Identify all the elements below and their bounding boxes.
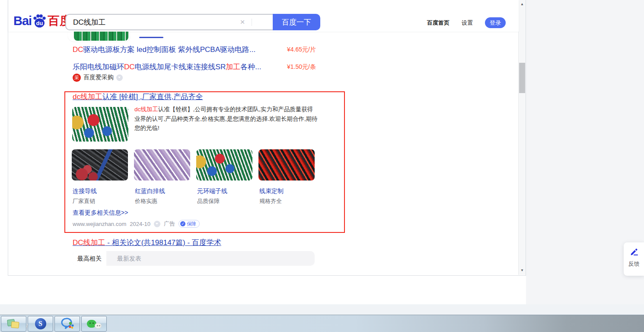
window-scrollbar[interactable]: ▲ ▼ (518, 0, 526, 275)
ad-main-thumbnail[interactable] (72, 107, 128, 142)
chevron-down-icon[interactable] (116, 74, 123, 81)
login-button[interactable]: 登录 (485, 17, 506, 28)
search-divider (252, 19, 252, 26)
feedback-label: 反馈 (624, 260, 644, 268)
taskbar-app-wechat[interactable] (81, 316, 107, 332)
scroll-down-icon[interactable]: ▼ (519, 267, 526, 274)
result-title-1[interactable]: DC驱动电源板方案 led控制面板 紫外线PCBA驱动电路... (73, 45, 255, 55)
baidu-paw-icon: du (32, 13, 47, 29)
chevron-down-icon[interactable] (154, 221, 160, 227)
product-thumbnail-1[interactable] (72, 149, 128, 181)
partial-link-underline (139, 37, 163, 38)
search-button[interactable]: 百度一下 (273, 14, 320, 30)
result-price-1: ¥4.65元/片 (287, 46, 316, 54)
header-nav: 百度首页 设置 登录 (427, 17, 506, 28)
browser-window: DC驱动电源板方案 led控制面板 紫外线PCBA驱动电路... ¥4.65元/… (8, 0, 526, 276)
ad-title[interactable]: dc线加工认准 [铨棋] ,厂家直供,产品齐全 (73, 92, 203, 102)
taskbar-app-sogou-browser[interactable]: S (28, 316, 53, 332)
tab-latest[interactable]: 最新发表 (114, 251, 144, 266)
pencil-icon (629, 247, 639, 257)
ad-date: 2024-10 (130, 221, 150, 227)
taskbar: S S ? ▼ ▲ (0, 315, 644, 332)
product-name-2[interactable]: 红蓝白排线 (135, 187, 165, 195)
feedback-button[interactable]: 反馈 (624, 242, 644, 276)
product-thumbnail-2[interactable] (134, 149, 190, 181)
partial-pcb-image[interactable] (74, 31, 128, 41)
more-info-link[interactable]: 查看更多相关信息>> (73, 209, 128, 217)
product-tag-2: 价格实惠 (135, 197, 157, 205)
ad-label: 广告 (164, 220, 175, 228)
chat-tool-icon (60, 317, 75, 330)
check-icon: ✓ (180, 221, 185, 226)
search-input[interactable] (73, 16, 237, 29)
ad-source-row: www.wejianzhan.com 2024-10 广告 ✓ 保障 (73, 219, 200, 228)
product-thumbnail-3[interactable] (196, 149, 252, 181)
product-tag-4: 规格齐全 (259, 197, 282, 205)
desktop-assistant-icon-front (11, 321, 19, 329)
ad-source-url: www.wejianzhan.com (73, 221, 126, 227)
sogou-browser-icon: S (35, 318, 46, 329)
scholar-tabbar: 最高相关 最新发表 (73, 251, 315, 266)
aicaigou-icon: 采 (73, 74, 81, 82)
nav-baidu-home[interactable]: 百度首页 (427, 19, 450, 27)
scrollbar-thumb[interactable] (519, 63, 525, 93)
product-tag-1: 厂家直销 (73, 197, 95, 205)
desktop: DC驱动电源板方案 led控制面板 紫外线PCBA驱动电路... ¥4.65元/… (0, 0, 644, 332)
guarantee-label: 保障 (187, 221, 196, 227)
taskbar-app-chat-tool[interactable] (54, 316, 80, 332)
logo-text-bai: Bai (13, 14, 32, 28)
scroll-up-icon[interactable]: ▲ (519, 1, 526, 8)
ad-description: dc线加工认准【铨棋】,公司拥有专业的技术团队,实力和产品质量获得业界的认可,产… (134, 105, 319, 133)
nav-settings[interactable]: 设置 (462, 19, 473, 27)
guarantee-badge[interactable]: ✓ 保障 (179, 220, 200, 228)
product-name-1[interactable]: 连接导线 (73, 187, 97, 195)
baidu-logo[interactable]: Bai du 百度 (13, 12, 72, 29)
taskbar-app-desktop-assistant[interactable] (1, 316, 26, 332)
product-thumbnail-4[interactable] (258, 149, 315, 181)
product-name-4[interactable]: 线束定制 (259, 187, 284, 195)
clear-search-icon[interactable]: × (238, 18, 247, 26)
svg-text:du: du (36, 20, 43, 26)
scholar-result-title[interactable]: DC线加工 - 相关论文(共198147篇) - 百度学术 (73, 238, 221, 248)
result-price-2: ¥1.50元/条 (287, 63, 316, 71)
desktop-band (0, 304, 644, 315)
search-header: Bai du 百度 × 百度一下 百度首页 设置 (8, 0, 519, 32)
supplier-label: 百度爱采购 (83, 74, 114, 81)
result-title-2[interactable]: 乐阳电线加磁环DC电源线加尾卡线束连接线SR加工各种... (73, 62, 261, 72)
product-name-3[interactable]: 元环端子线 (197, 187, 227, 195)
product-tag-3: 品质保障 (197, 197, 220, 205)
tab-most-relevant[interactable]: 最高相关 (73, 251, 106, 266)
search-box: × (65, 14, 273, 30)
supplier-row: 采 百度爱采购 (73, 73, 123, 82)
